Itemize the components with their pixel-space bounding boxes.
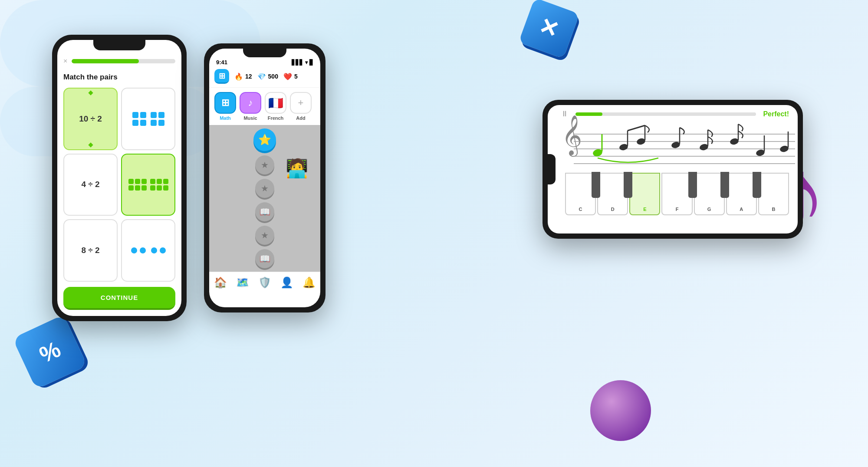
- lives-badge: ❤️ 5: [283, 72, 298, 81]
- star-icon-inactive-3: ★: [261, 230, 269, 240]
- status-icons: ▋▋▋ ▾ ▊: [292, 59, 313, 66]
- dots-group: [131, 247, 166, 253]
- map-node-star-4[interactable]: ★: [255, 226, 274, 245]
- nav-home[interactable]: 🏠: [214, 276, 227, 289]
- piano-black-key-Csharp[interactable]: [592, 172, 600, 198]
- key-label-C: C: [579, 207, 582, 212]
- map-node-book-2[interactable]: 📖: [255, 249, 274, 268]
- staff-container: 𝄞: [548, 121, 798, 171]
- grid-dot: [131, 247, 137, 253]
- grid-dot-green: [135, 185, 140, 191]
- heart-icon: ❤️: [283, 72, 292, 81]
- piano-key-E[interactable]: E: [629, 173, 660, 215]
- music-progress-bar: [575, 112, 756, 116]
- dice-percent-icon: %: [35, 336, 64, 368]
- piano-black-key-Gsharp[interactable]: [720, 172, 729, 198]
- book-icon: 📖: [260, 207, 270, 217]
- phone3-screen: ⏸ Perfect! 𝄞: [548, 105, 798, 234]
- piano-black-key-Asharp[interactable]: [753, 172, 761, 198]
- grid-dot-green: [157, 185, 162, 191]
- key-label-A: A: [740, 207, 743, 212]
- deco-ball: [590, 380, 651, 441]
- subject-tab-add[interactable]: + Add: [290, 92, 312, 121]
- perfect-label: Perfect!: [763, 110, 789, 118]
- nav-profile[interactable]: 👤: [280, 276, 293, 289]
- phone1-screen: × Match the pairs 10 ÷ 2: [57, 40, 181, 316]
- phone1-frame: × Match the pairs 10 ÷ 2: [52, 35, 187, 321]
- character-icon: 🧑‍💻: [286, 158, 308, 179]
- subject-tab-math[interactable]: ⊞ Math: [214, 92, 236, 121]
- grid-dot-green: [128, 179, 134, 184]
- svg-line-11: [628, 125, 645, 131]
- equation-10div2: 10 ÷ 2: [79, 114, 102, 124]
- match-card-dots[interactable]: [121, 219, 175, 282]
- key-label-G: G: [707, 207, 711, 212]
- nav-bell[interactable]: 🔔: [302, 276, 316, 289]
- subject-tab-music[interactable]: ♪ Music: [240, 92, 261, 121]
- add-label: Add: [296, 115, 305, 121]
- map-node-book-1[interactable]: 📖: [255, 202, 274, 221]
- nav-map[interactable]: 🗺️: [236, 276, 249, 289]
- music-icon: ♪: [248, 97, 253, 109]
- grid-dot-green: [150, 185, 155, 191]
- match-card-4div2[interactable]: 4 ÷ 2: [63, 154, 118, 216]
- music-progress-fill: [575, 112, 602, 116]
- math-label: Math: [220, 115, 231, 121]
- piano-key-C[interactable]: C: [565, 173, 596, 215]
- math-logo-icon: ⊞: [214, 69, 229, 84]
- status-time: 9:41: [216, 59, 227, 66]
- phone3-music-piano: ⏸ Perfect! 𝄞: [542, 100, 803, 239]
- grid-dot-green: [150, 179, 155, 184]
- close-button[interactable]: ×: [63, 57, 67, 65]
- grid-dot-green: [141, 185, 147, 191]
- wifi-icon: ▾: [305, 59, 308, 66]
- key-label-D: D: [611, 207, 615, 212]
- star-icon-inactive-2: ★: [261, 183, 269, 194]
- signal-icon: ▋▋▋: [292, 59, 303, 66]
- piano-black-key-Fsharp[interactable]: [688, 172, 697, 198]
- grid-dot: [132, 120, 138, 126]
- piano-key-D[interactable]: D: [597, 173, 628, 215]
- match-card-8div2[interactable]: 8 ÷ 2: [63, 219, 118, 282]
- grid-2x2-icon: [132, 112, 146, 126]
- lives-count: 5: [294, 73, 298, 80]
- grid-dot-green: [163, 185, 168, 191]
- grid-dot: [140, 112, 146, 118]
- map-node-star-2[interactable]: ★: [255, 155, 274, 174]
- grid-dot: [140, 120, 146, 126]
- progress-bar-fill: [72, 59, 139, 63]
- piano-black-key-Dsharp[interactable]: [624, 172, 632, 198]
- map-node-star-3[interactable]: ★: [255, 179, 274, 198]
- piano-key-A[interactable]: A: [726, 173, 757, 215]
- gems-count: 500: [268, 73, 278, 80]
- grid-dot: [158, 120, 164, 126]
- grid-dot-green: [163, 179, 168, 184]
- star-icon-active: ⭐: [258, 134, 271, 146]
- piano-key-F[interactable]: F: [661, 173, 692, 215]
- gem-icon: 💎: [257, 72, 266, 81]
- star-icon-inactive: ★: [261, 160, 269, 170]
- grid-dot-green: [128, 185, 134, 191]
- grid-dot: [160, 247, 166, 253]
- match-card-10div2[interactable]: 10 ÷ 2: [63, 88, 118, 150]
- map-node-star-top[interactable]: ⭐: [253, 128, 276, 151]
- french-flag-icon: 🇫🇷: [268, 96, 283, 110]
- music-icon-box: ♪: [240, 92, 261, 114]
- phone2-screen: 9:41 ▋▋▋ ▾ ▊ ⊞ 🔥 12 💎 500: [209, 49, 320, 307]
- staff-svg: [548, 121, 798, 171]
- phone1-notch: [93, 40, 145, 50]
- continue-button[interactable]: CONTINUE: [63, 287, 175, 310]
- match-card-grid-3x2[interactable]: [121, 154, 175, 216]
- math-icon: ⊞: [221, 97, 229, 109]
- grid-dot: [158, 112, 164, 118]
- piano-key-G[interactable]: G: [694, 173, 725, 215]
- match-card-grid-2x2[interactable]: [121, 88, 175, 150]
- white-keys-container: C D E F: [565, 173, 789, 215]
- equation-4div2: 4 ÷ 2: [81, 180, 99, 189]
- nav-shield[interactable]: 🛡️: [258, 276, 271, 289]
- deco-cube-blue: ✕: [519, 0, 580, 59]
- subject-tab-french[interactable]: 🇫🇷 French: [265, 92, 286, 121]
- phone3-notch: [548, 154, 556, 184]
- piano-key-B[interactable]: B: [758, 173, 789, 215]
- phone3-frame: ⏸ Perfect! 𝄞: [542, 100, 803, 239]
